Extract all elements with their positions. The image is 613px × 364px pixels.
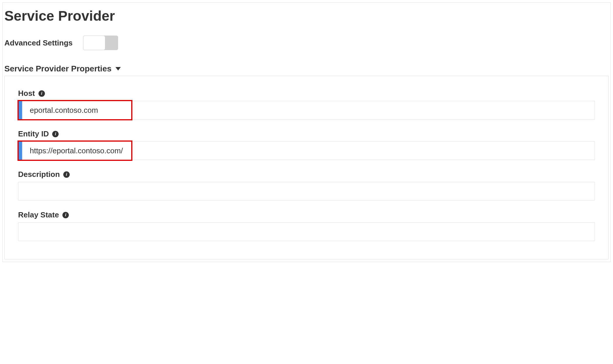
description-label: Description: [18, 170, 60, 179]
entity-id-label-row: Entity ID i: [18, 129, 595, 138]
section-header[interactable]: Service Provider Properties: [4, 64, 610, 73]
relay-state-input-wrap: [18, 222, 595, 241]
host-label-row: Host i: [18, 89, 595, 98]
advanced-settings-label: Advanced Settings: [4, 38, 73, 48]
info-icon[interactable]: i: [62, 212, 69, 218]
entity-id-input[interactable]: [18, 141, 595, 160]
info-icon[interactable]: i: [38, 90, 45, 97]
relay-state-field-group: Relay State i: [18, 210, 595, 241]
chevron-down-icon: [115, 67, 121, 71]
page-container: Service Provider Advanced Settings Servi…: [2, 2, 611, 262]
entity-id-field-group: Entity ID i: [18, 129, 595, 160]
entity-id-label: Entity ID: [18, 129, 49, 138]
description-field-group: Description i: [18, 170, 595, 201]
relay-state-input[interactable]: [18, 222, 595, 241]
host-field-group: Host i: [18, 89, 595, 119]
relay-state-label-row: Relay State i: [18, 210, 595, 219]
advanced-settings-row: Advanced Settings: [4, 36, 610, 50]
properties-panel: Host i Entity ID i Description i: [4, 76, 609, 259]
entity-id-input-wrap: [18, 141, 595, 160]
section-title: Service Provider Properties: [4, 64, 111, 73]
description-input-wrap: [18, 182, 595, 201]
host-label: Host: [18, 89, 35, 98]
page-title: Service Provider: [4, 8, 610, 24]
description-label-row: Description i: [18, 170, 595, 179]
toggle-knob: [83, 36, 105, 50]
info-icon[interactable]: i: [52, 131, 59, 137]
host-input-wrap: [18, 101, 595, 119]
advanced-settings-toggle[interactable]: [83, 36, 118, 50]
host-input[interactable]: [18, 101, 595, 119]
relay-state-label: Relay State: [18, 210, 59, 219]
info-icon[interactable]: i: [63, 171, 70, 178]
description-input[interactable]: [18, 182, 595, 201]
